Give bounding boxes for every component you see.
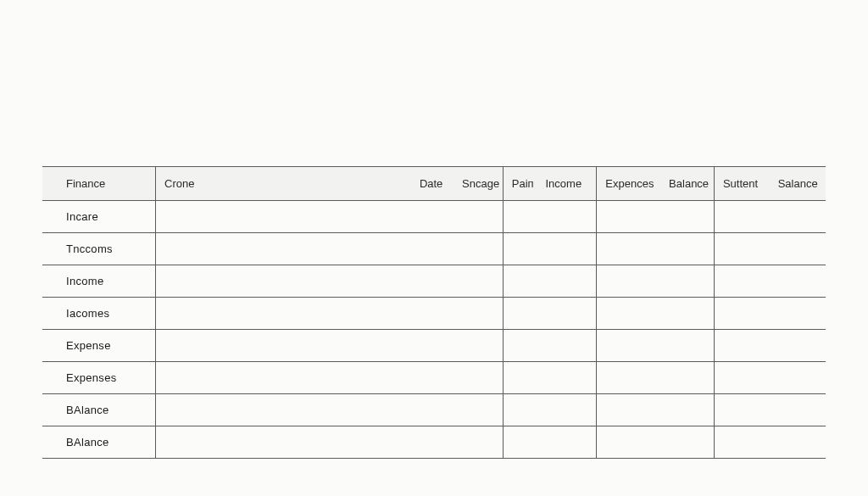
cell (156, 394, 411, 426)
table-header-row: Finance Crone Date Sncage Paiп Income Ex… (42, 167, 826, 201)
cell (597, 330, 660, 362)
col-crone: Crone (156, 167, 411, 201)
cell (714, 394, 769, 426)
cell (537, 426, 597, 459)
cell (453, 362, 503, 394)
cell (503, 298, 537, 330)
row-label: BAlance (42, 426, 156, 459)
table-row: BAlance (42, 394, 826, 426)
row-label: Iacomes (42, 298, 156, 330)
cell (453, 201, 503, 233)
row-label: Expenses (42, 362, 156, 394)
cell (503, 394, 537, 426)
table-row: Expense (42, 330, 826, 362)
cell (503, 426, 537, 459)
cell (156, 362, 411, 394)
cell (770, 265, 826, 298)
cell (411, 201, 453, 233)
table-row: Iacomes (42, 298, 826, 330)
cell (714, 362, 769, 394)
cell (537, 201, 597, 233)
cell (453, 233, 503, 265)
row-label: Expense (42, 330, 156, 362)
cell (537, 330, 597, 362)
finance-table-container: Finance Crone Date Sncage Paiп Income Ex… (42, 166, 826, 459)
cell (597, 394, 660, 426)
cell (156, 265, 411, 298)
cell (411, 394, 453, 426)
cell (453, 394, 503, 426)
table-row: Expenses (42, 362, 826, 394)
col-income: Income (537, 167, 597, 201)
cell (597, 298, 660, 330)
cell (714, 201, 769, 233)
col-salance: Salance (770, 167, 826, 201)
row-label: Income (42, 265, 156, 298)
cell (411, 265, 453, 298)
cell (597, 233, 660, 265)
cell (770, 233, 826, 265)
cell (411, 362, 453, 394)
cell (770, 394, 826, 426)
cell (411, 330, 453, 362)
cell (770, 330, 826, 362)
cell (411, 426, 453, 459)
cell (503, 265, 537, 298)
cell (660, 233, 714, 265)
cell (503, 233, 537, 265)
cell (453, 265, 503, 298)
table-row: Tnccoms (42, 233, 826, 265)
cell (453, 426, 503, 459)
finance-table: Finance Crone Date Sncage Paiп Income Ex… (42, 166, 826, 459)
col-date: Date (411, 167, 453, 201)
cell (770, 362, 826, 394)
cell (597, 201, 660, 233)
cell (503, 362, 537, 394)
cell (770, 426, 826, 459)
table-row: Incare (42, 201, 826, 233)
cell (714, 265, 769, 298)
col-sncage: Sncage (453, 167, 503, 201)
cell (660, 362, 714, 394)
table-row: BAlance (42, 426, 826, 459)
cell (660, 330, 714, 362)
cell (714, 330, 769, 362)
cell (714, 298, 769, 330)
cell (537, 298, 597, 330)
cell (660, 201, 714, 233)
cell (714, 426, 769, 459)
cell (714, 233, 769, 265)
cell (597, 362, 660, 394)
cell (453, 298, 503, 330)
col-finance: Finance (42, 167, 156, 201)
cell (770, 201, 826, 233)
cell (156, 426, 411, 459)
row-label: Tnccoms (42, 233, 156, 265)
cell (660, 426, 714, 459)
cell (537, 394, 597, 426)
cell (156, 298, 411, 330)
col-pair: Paiп (503, 167, 537, 201)
cell (537, 265, 597, 298)
cell (503, 330, 537, 362)
cell (660, 394, 714, 426)
cell (411, 298, 453, 330)
cell (156, 201, 411, 233)
cell (597, 265, 660, 298)
cell (660, 298, 714, 330)
row-label: BAlance (42, 394, 156, 426)
col-suttent: Suttent (714, 167, 769, 201)
cell (503, 201, 537, 233)
cell (411, 233, 453, 265)
cell (453, 330, 503, 362)
document-page: Finance Crone Date Sncage Paiп Income Ex… (0, 0, 868, 496)
cell (597, 426, 660, 459)
cell (770, 298, 826, 330)
cell (660, 265, 714, 298)
col-balance: Balance (660, 167, 714, 201)
cell (537, 362, 597, 394)
cell (156, 233, 411, 265)
cell (537, 233, 597, 265)
cell (156, 330, 411, 362)
col-expences: Expences (597, 167, 660, 201)
